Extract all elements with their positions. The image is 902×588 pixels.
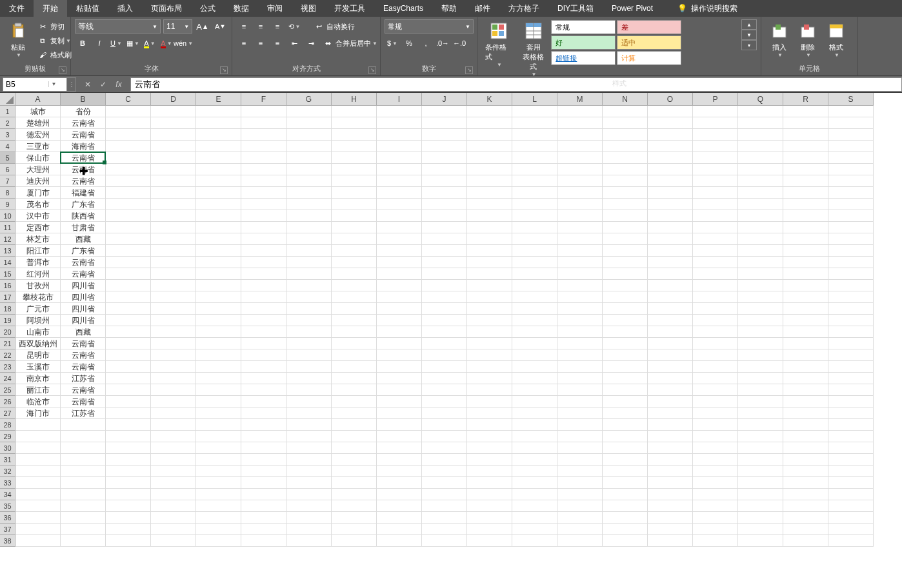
cell-Q35[interactable] xyxy=(738,500,783,512)
cell-N9[interactable] xyxy=(603,199,648,210)
cell-S35[interactable] xyxy=(828,500,874,512)
cell-L29[interactable] xyxy=(512,431,557,442)
cell-I24[interactable] xyxy=(377,373,422,384)
cell-F2[interactable] xyxy=(241,117,286,129)
cell-D23[interactable] xyxy=(151,361,196,373)
cell-H24[interactable] xyxy=(332,373,377,384)
cell-E10[interactable] xyxy=(196,210,241,222)
cell-S37[interactable] xyxy=(828,524,874,535)
cell-E36[interactable] xyxy=(196,512,241,524)
cell-M9[interactable] xyxy=(557,199,603,210)
cell-E7[interactable] xyxy=(196,175,241,187)
cell-P35[interactable] xyxy=(693,500,738,512)
cell-J27[interactable] xyxy=(422,407,467,419)
cell-G36[interactable] xyxy=(286,512,332,524)
cell-I18[interactable] xyxy=(377,303,422,315)
cell-G35[interactable] xyxy=(286,500,332,512)
cell-A17[interactable]: 攀枝花市 xyxy=(15,291,61,303)
cell-M32[interactable] xyxy=(557,466,603,477)
cell-I33[interactable] xyxy=(377,477,422,489)
cell-N33[interactable] xyxy=(603,477,648,489)
cell-F22[interactable] xyxy=(241,349,286,361)
cell-I6[interactable] xyxy=(377,164,422,175)
row-header-11[interactable]: 11 xyxy=(0,222,15,233)
row-header-6[interactable]: 6 xyxy=(0,164,15,175)
cell-B33[interactable] xyxy=(61,477,106,489)
cell-H14[interactable] xyxy=(332,257,377,268)
col-header-M[interactable]: M xyxy=(557,93,603,106)
cell-J8[interactable] xyxy=(422,187,467,199)
cell-B19[interactable]: 四川省 xyxy=(61,315,106,326)
row-header-28[interactable]: 28 xyxy=(0,419,15,431)
cell-L16[interactable] xyxy=(512,280,557,291)
cell-M24[interactable] xyxy=(557,373,603,384)
cell-L4[interactable] xyxy=(512,141,557,152)
cell-C3[interactable] xyxy=(106,129,151,141)
styles-scroll-down[interactable]: ▼ xyxy=(741,30,757,40)
cell-P15[interactable] xyxy=(693,268,738,280)
cell-D21[interactable] xyxy=(151,338,196,349)
cell-R35[interactable] xyxy=(783,500,828,512)
cell-H36[interactable] xyxy=(332,512,377,524)
cell-H22[interactable] xyxy=(332,349,377,361)
cell-E35[interactable] xyxy=(196,500,241,512)
cell-Q32[interactable] xyxy=(738,466,783,477)
cell-H15[interactable] xyxy=(332,268,377,280)
cell-Q27[interactable] xyxy=(738,407,783,419)
cell-F31[interactable] xyxy=(241,454,286,466)
cell-B8[interactable]: 福建省 xyxy=(61,187,106,199)
menu-item-0[interactable]: 文件 xyxy=(0,0,34,17)
cell-O18[interactable] xyxy=(648,303,693,315)
cell-O37[interactable] xyxy=(648,524,693,535)
cell-N21[interactable] xyxy=(603,338,648,349)
cell-S28[interactable] xyxy=(828,419,874,431)
cell-B14[interactable]: 云南省 xyxy=(61,257,106,268)
cell-M1[interactable] xyxy=(557,106,603,117)
cell-Q14[interactable] xyxy=(738,257,783,268)
cell-P24[interactable] xyxy=(693,373,738,384)
cell-C17[interactable] xyxy=(106,291,151,303)
fill-color-button[interactable]: A▼ xyxy=(142,36,157,50)
cell-D30[interactable] xyxy=(151,442,196,454)
cell-K16[interactable] xyxy=(467,280,512,291)
cell-Q3[interactable] xyxy=(738,129,783,141)
cell-E21[interactable] xyxy=(196,338,241,349)
cell-O33[interactable] xyxy=(648,477,693,489)
cell-C13[interactable] xyxy=(106,245,151,257)
cell-C37[interactable] xyxy=(106,524,151,535)
cell-E17[interactable] xyxy=(196,291,241,303)
cell-G11[interactable] xyxy=(286,222,332,233)
cell-M34[interactable] xyxy=(557,489,603,500)
cell-D9[interactable] xyxy=(151,199,196,210)
cell-R2[interactable] xyxy=(783,117,828,129)
cell-S3[interactable] xyxy=(828,129,874,141)
cell-O19[interactable] xyxy=(648,315,693,326)
cell-S13[interactable] xyxy=(828,245,874,257)
cell-G8[interactable] xyxy=(286,187,332,199)
cell-H11[interactable] xyxy=(332,222,377,233)
delete-cells-button[interactable]: 删除▼ xyxy=(794,19,822,59)
cell-A24[interactable]: 南京市 xyxy=(15,373,61,384)
cell-L9[interactable] xyxy=(512,199,557,210)
cell-P13[interactable] xyxy=(693,245,738,257)
cell-A8[interactable]: 厦门市 xyxy=(15,187,61,199)
cell-Q33[interactable] xyxy=(738,477,783,489)
align-middle-button[interactable]: ≡ xyxy=(253,19,268,34)
cell-K7[interactable] xyxy=(467,175,512,187)
cell-O21[interactable] xyxy=(648,338,693,349)
cell-J19[interactable] xyxy=(422,315,467,326)
cell-S7[interactable] xyxy=(828,175,874,187)
cell-D35[interactable] xyxy=(151,500,196,512)
cell-P8[interactable] xyxy=(693,187,738,199)
cell-J15[interactable] xyxy=(422,268,467,280)
cell-K23[interactable] xyxy=(467,361,512,373)
cell-M26[interactable] xyxy=(557,396,603,407)
cell-N16[interactable] xyxy=(603,280,648,291)
cell-H21[interactable] xyxy=(332,338,377,349)
cell-C18[interactable] xyxy=(106,303,151,315)
menu-item-5[interactable]: 公式 xyxy=(191,0,225,17)
cell-N36[interactable] xyxy=(603,512,648,524)
cell-S16[interactable] xyxy=(828,280,874,291)
cell-J20[interactable] xyxy=(422,326,467,338)
col-header-E[interactable]: E xyxy=(196,93,241,106)
